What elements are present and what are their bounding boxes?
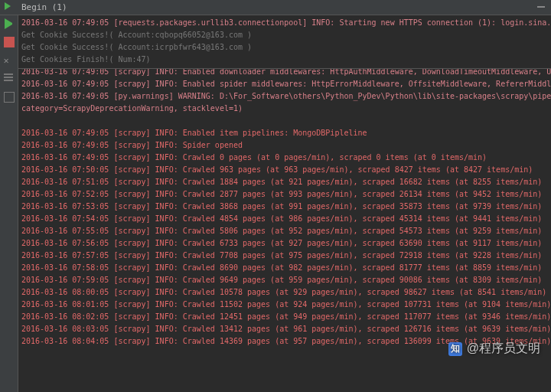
gutter: ✕: [0, 15, 18, 392]
log-line: 2016-03-16 07:49:05 [scrapy] INFO: Spide…: [21, 139, 548, 152]
separator: [18, 68, 551, 69]
log-line: 2016-03-16 07:53:05 [scrapy] INFO: Crawl…: [21, 201, 548, 213]
menu-icon[interactable]: [4, 74, 15, 84]
tab-label[interactable]: Begin (1): [21, 2, 67, 12]
log-line: 2016-03-16 08:01:05 [scrapy] INFO: Crawl…: [21, 299, 548, 311]
log-line: 2016-03-16 08:03:05 [scrapy] INFO: Crawl…: [21, 323, 548, 335]
log-line: 2016-03-16 07:49:05 [py.warnings] WARNIN…: [21, 90, 548, 103]
minimize-icon[interactable]: [537, 6, 545, 8]
console-output[interactable]: 2016-03-16 07:49:05 [requests.packages.u…: [18, 15, 551, 392]
log-line: 2016-03-16 08:00:05 [scrapy] INFO: Crawl…: [21, 286, 548, 299]
watermark-text: @程序员文明: [467, 341, 540, 357]
log-line: 2016-03-16 07:50:05 [scrapy] INFO: Crawl…: [21, 164, 548, 176]
log-line: Get Cookies Finish!( Num:47): [21, 54, 548, 66]
log-line: 2016-03-16 07:54:05 [scrapy] INFO: Crawl…: [21, 213, 548, 225]
run-icon: [5, 2, 11, 10]
log-line: 2016-03-16 07:57:05 [scrapy] INFO: Crawl…: [21, 250, 548, 262]
log-line: 2016-03-16 07:49:05 [scrapy] INFO: Enabl…: [21, 78, 548, 90]
log-line: 2016-03-16 07:58:05 [scrapy] INFO: Crawl…: [21, 262, 548, 274]
print-icon[interactable]: [4, 92, 15, 103]
close-icon[interactable]: ✕: [4, 55, 15, 66]
titlebar: Begin (1): [0, 0, 551, 15]
log-line: Get Cookie Success!( Account:cqbopq66052…: [21, 29, 548, 41]
log-line: 2016-03-16 07:52:05 [scrapy] INFO: Crawl…: [21, 188, 548, 201]
watermark: 知 @程序员文明: [448, 341, 540, 357]
log-line: 2016-03-16 07:56:05 [scrapy] INFO: Crawl…: [21, 237, 548, 250]
zhihu-icon: 知: [448, 342, 462, 356]
log-line: 2016-03-16 07:55:05 [scrapy] INFO: Crawl…: [21, 225, 548, 237]
log-line: 2016-03-16 07:49:05 [scrapy] INFO: Enabl…: [21, 127, 548, 139]
log-line: [21, 115, 548, 127]
log-line: 2016-03-16 07:51:05 [scrapy] INFO: Crawl…: [21, 176, 548, 188]
log-line: category=ScrapyDeprecationWarning, stack…: [21, 103, 548, 115]
log-line: 2016-03-16 07:49:05 [requests.packages.u…: [21, 17, 548, 29]
log-line: 2016-03-16 07:59:05 [scrapy] INFO: Crawl…: [21, 274, 548, 286]
stop-icon[interactable]: [4, 37, 15, 47]
play-icon[interactable]: [5, 18, 15, 29]
log-line: Get Cookie Success!( Account:icrpbfwr643…: [21, 41, 548, 54]
log-line: 2016-03-16 08:02:05 [scrapy] INFO: Crawl…: [21, 311, 548, 323]
log-line: 2016-03-16 07:49:05 [scrapy] INFO: Crawl…: [21, 152, 548, 164]
